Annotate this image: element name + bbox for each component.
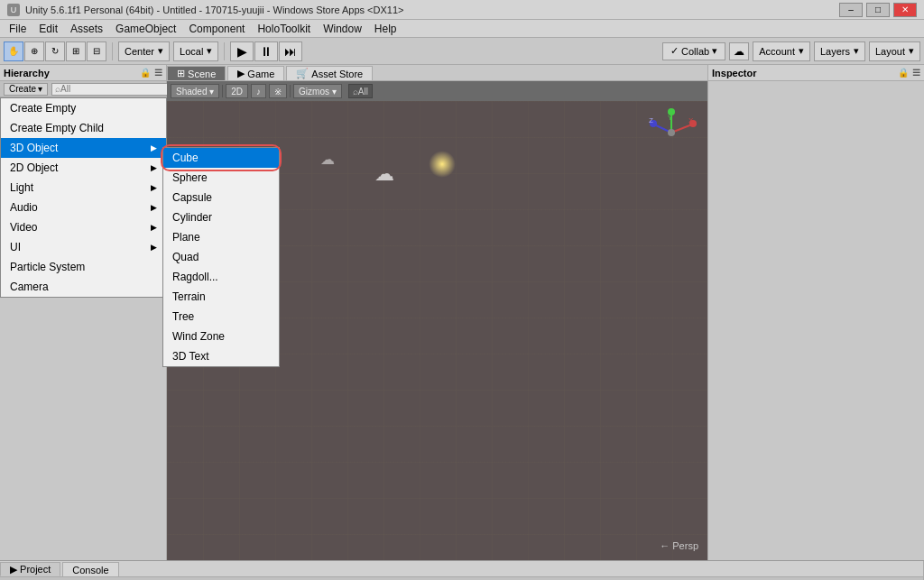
inspector-header-icons: 🔒 ☰ — [898, 68, 920, 78]
bottom-area: ▶ Project Console Create▾ ⊞ ★ ☰ ▼ ★ — [0, 560, 924, 580]
first-context-menu: Create Empty Create Empty Child 3D Objec… — [0, 97, 167, 298]
gizmos-dropdown[interactable]: Gizmos ▾ — [293, 84, 342, 98]
sep1 — [112, 42, 113, 60]
submenu-quad[interactable]: Quad — [163, 247, 279, 267]
collab-check-icon: ✓ — [670, 45, 679, 57]
submenu-cube[interactable]: Cube — [163, 148, 279, 168]
menu-window[interactable]: Window — [318, 22, 367, 36]
arrow-icon-audio: ▶ — [151, 203, 157, 212]
rotate-tool[interactable]: ↻ — [45, 41, 65, 61]
menu-audio[interactable]: Audio ▶ — [1, 198, 166, 217]
minimize-button[interactable]: – — [839, 3, 863, 17]
menu-2d-object[interactable]: 2D Object ▶ — [1, 158, 166, 178]
collab-button[interactable]: ✓ Collab ▾ — [662, 42, 725, 60]
cloud-shape2: ☁ — [320, 151, 335, 168]
menu-edit[interactable]: Edit — [33, 22, 63, 36]
local-dropdown[interactable]: Local▾ — [173, 41, 218, 61]
submenu-capsule[interactable]: Capsule — [163, 188, 279, 207]
svg-text:X: X — [688, 116, 694, 124]
svg-text:Y: Y — [668, 114, 673, 122]
tab-game[interactable]: ▶ Game — [227, 66, 284, 80]
menu-create-empty-child[interactable]: Create Empty Child — [1, 118, 166, 138]
menu-light[interactable]: Light ▶ — [1, 178, 166, 198]
inspector-panel: Inspector 🔒 ☰ — [707, 65, 924, 560]
hierarchy-search[interactable] — [51, 83, 173, 96]
tab-asset-store[interactable]: 🛒 Asset Store — [286, 66, 373, 80]
3d-object-submenu: Cube Sphere Capsule Cylinder Plane Quad … — [162, 147, 280, 367]
layout-dropdown[interactable]: Layout▾ — [869, 41, 920, 61]
cloud-button[interactable]: ☁ — [729, 42, 749, 60]
menu-holotoolkit[interactable]: HoloToolkit — [252, 22, 316, 36]
menu-gameobject[interactable]: GameObject — [110, 22, 181, 36]
step-button[interactable]: ⏭ — [279, 41, 302, 61]
shaded-dropdown[interactable]: Shaded ▾ — [171, 84, 219, 98]
menu-ui[interactable]: UI ▶ — [1, 237, 166, 257]
tab-console[interactable]: Console — [62, 562, 118, 576]
move-tool[interactable]: ⊕ — [24, 41, 44, 61]
layers-dropdown[interactable]: Layers▾ — [814, 41, 865, 61]
center-dropdown[interactable]: Center▾ — [118, 41, 170, 61]
tab-project[interactable]: ▶ Project — [0, 562, 60, 576]
scene-toolbar: Shaded ▾ 2D ♪ ※ Gizmos ▾ ⌕All — [167, 81, 707, 101]
persp-label: ← Persp — [660, 540, 698, 551]
arrow-icon-3dobject: ▶ — [151, 143, 157, 152]
inspector-header: Inspector 🔒 ☰ — [708, 65, 924, 81]
hand-tool[interactable]: ✋ — [4, 41, 23, 61]
arrow-icon-light: ▶ — [151, 183, 157, 192]
submenu-tree[interactable]: Tree — [163, 307, 279, 327]
viewport-gizmo: Y X Z — [647, 108, 697, 158]
menu-icon[interactable]: ☰ — [154, 68, 162, 78]
svg-point-6 — [668, 129, 675, 136]
app-icon: U — [7, 4, 20, 16]
hierarchy-title: Hierarchy — [4, 68, 50, 78]
submenu-sphere[interactable]: Sphere — [163, 168, 279, 188]
play-controls: ▶ ⏸ ⏭ — [230, 41, 302, 61]
hierarchy-header-icons: 🔒 ☰ — [140, 68, 162, 78]
hierarchy-header: Hierarchy 🔒 ☰ — [0, 65, 166, 81]
lock-icon[interactable]: 🔒 — [140, 68, 151, 78]
submenu-plane[interactable]: Plane — [163, 227, 279, 247]
play-button[interactable]: ▶ — [230, 41, 254, 61]
arrow-icon-2dobject: ▶ — [151, 163, 157, 172]
scene-tab-bar: ⊞ Scene ▶ Game 🛒 Asset Store — [167, 65, 707, 81]
sep2 — [224, 42, 225, 60]
account-dropdown[interactable]: Account▾ — [753, 41, 810, 61]
menu-icon-inspector[interactable]: ☰ — [912, 68, 920, 78]
project-panel: ▶ Project Console Create▾ ⊞ ★ ☰ ▼ ★ — [0, 561, 924, 580]
menu-file[interactable]: File — [4, 22, 32, 36]
menu-assets[interactable]: Assets — [65, 22, 108, 36]
fx-toggle[interactable]: ※ — [269, 84, 287, 98]
scene-sep2 — [290, 85, 291, 97]
submenu-terrain[interactable]: Terrain — [163, 287, 279, 307]
submenu-ragdoll[interactable]: Ragdoll... — [163, 267, 279, 287]
tab-scene[interactable]: ⊞ Scene — [167, 66, 226, 80]
scale-tool[interactable]: ⊞ — [66, 41, 86, 61]
transform-tools: ✋ ⊕ ↻ ⊞ ⊟ — [4, 41, 106, 61]
menu-particle-system[interactable]: Particle System — [1, 257, 166, 277]
hierarchy-create-button[interactable]: Create ▾ — [4, 83, 48, 96]
pause-button[interactable]: ⏸ — [254, 41, 278, 61]
scene-sep1 — [222, 85, 223, 97]
menu-video[interactable]: Video ▶ — [1, 217, 166, 237]
maximize-button[interactable]: □ — [866, 3, 890, 17]
scene-search-box[interactable]: ⌕All — [348, 84, 373, 98]
menu-create-empty[interactable]: Create Empty — [1, 98, 166, 118]
rect-tool[interactable]: ⊟ — [87, 41, 106, 61]
bottom-tab-bar: ▶ Project Console — [0, 561, 923, 577]
context-menu-overlay: Create Empty Create Empty Child 3D Objec… — [0, 97, 166, 560]
arrow-icon-video: ▶ — [151, 223, 157, 232]
audio-toggle[interactable]: ♪ — [251, 84, 266, 98]
menu-3d-object[interactable]: 3D Object ▶ — [1, 138, 166, 158]
2d-toggle[interactable]: 2D — [226, 84, 248, 98]
menu-help[interactable]: Help — [369, 22, 402, 36]
submenu-3d-text[interactable]: 3D Text — [163, 346, 279, 366]
menu-camera[interactable]: Camera — [1, 277, 166, 297]
lock-icon-inspector[interactable]: 🔒 — [898, 68, 909, 78]
close-button[interactable]: ✕ — [893, 3, 917, 17]
submenu-cylinder[interactable]: Cylinder — [163, 207, 279, 227]
menu-bar: File Edit Assets GameObject Component Ho… — [0, 20, 924, 38]
hierarchy-toolbar: Create ▾ — [0, 81, 166, 97]
submenu-wind-zone[interactable]: Wind Zone — [163, 327, 279, 346]
menu-component[interactable]: Component — [183, 22, 250, 36]
hierarchy-panel: Hierarchy 🔒 ☰ Create ▾ Create Empty Crea… — [0, 65, 167, 560]
